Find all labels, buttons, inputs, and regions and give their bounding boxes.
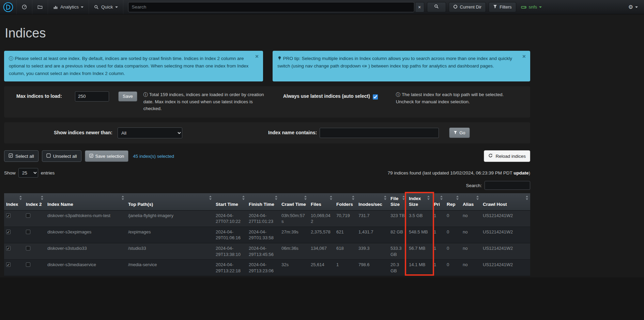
reload-indices-label: Reload indices <box>495 154 526 159</box>
save-max-indices-button[interactable]: Save <box>118 91 137 102</box>
entries-per-page-select[interactable]: 25 <box>18 168 38 178</box>
analytics-menu[interactable]: Analytics <box>48 0 89 14</box>
max-indices-input[interactable] <box>75 91 109 102</box>
sort-icon[interactable] <box>525 196 528 202</box>
column-header-label: Alias <box>463 202 474 207</box>
dashboard-nav-button[interactable] <box>17 0 32 14</box>
cell-index_size: 14.1 MB <box>407 260 432 276</box>
global-search-input[interactable] <box>128 2 414 12</box>
column-header-rep[interactable]: Rep <box>445 193 461 210</box>
column-header-start-time[interactable]: Start Time <box>214 193 247 210</box>
indices-table: IndexIndex 2Index NameTop Path(s)Start T… <box>4 193 530 276</box>
column-header-folders[interactable]: Folders <box>334 193 356 210</box>
search-submit-button[interactable] <box>427 2 446 12</box>
cell-index-checkbox: ✓ <box>4 227 24 243</box>
column-header-crawl-time[interactable]: Crawl Time <box>279 193 309 210</box>
sort-icon[interactable] <box>476 196 479 202</box>
cell-index_size: 56.7 MB <box>407 243 432 260</box>
sort-icon[interactable] <box>440 196 443 202</box>
update-link[interactable]: update <box>513 170 528 176</box>
table-search-input[interactable] <box>485 181 530 190</box>
sort-icon[interactable] <box>352 196 355 202</box>
column-header-alias[interactable]: Alias <box>461 193 481 210</box>
index-checkbox[interactable]: ✓ <box>6 262 11 267</box>
info-circle-icon: ⓘ <box>9 56 14 61</box>
filter-icon <box>454 130 457 135</box>
column-header-crawl-host[interactable]: Crawl Host <box>481 193 530 210</box>
cell-start: 2024-04-29T13:22:18 <box>214 260 247 276</box>
column-header-finish-time[interactable]: Finish Time <box>247 193 279 210</box>
lightbulb-icon <box>277 56 283 61</box>
filters-button[interactable]: Filters <box>489 2 516 12</box>
cell-name: diskover-s3mediaservice <box>45 260 126 276</box>
sort-icon[interactable] <box>41 196 44 202</box>
index-checkbox[interactable]: ✓ <box>6 230 11 234</box>
go-button[interactable]: Go <box>449 127 470 138</box>
storage-path-menu[interactable]: snfs <box>517 0 546 14</box>
found-prefix: 79 indices found (last updated 10/02/202… <box>387 170 513 176</box>
index2-checkbox[interactable] <box>26 262 30 267</box>
sort-icon[interactable] <box>456 196 459 202</box>
settings-menu[interactable]: ⚙ <box>626 0 640 14</box>
select-all-button[interactable]: Select all <box>4 150 39 162</box>
cell-inodes_sec: 798.6 <box>356 260 388 276</box>
sort-icon[interactable] <box>427 196 430 202</box>
use-latest-checkbox[interactable] <box>373 94 378 100</box>
sort-icon[interactable] <box>242 196 245 202</box>
column-header-file-size[interactable]: File Size <box>388 193 407 210</box>
diskover-logo[interactable] <box>0 0 17 14</box>
unselect-all-label: Unselect all <box>53 154 77 159</box>
table-header-row: IndexIndex 2Index NameTop Path(s)Start T… <box>4 193 530 210</box>
column-header-inodes-sec[interactable]: Inodes/sec <box>356 193 388 210</box>
selected-count-link[interactable]: 45 index(s) selected <box>133 154 174 159</box>
sort-icon[interactable] <box>275 196 278 202</box>
folder-icon <box>37 4 43 10</box>
column-header-index-2[interactable]: Index 2 <box>24 193 45 210</box>
quick-menu[interactable]: Quick <box>89 0 123 14</box>
reload-indices-button[interactable]: Reload indices <box>484 150 530 162</box>
save-selection-button[interactable]: Save selection <box>85 150 129 162</box>
column-header-pri[interactable]: Pri <box>432 193 445 210</box>
max-indices-label: Max indices to load: <box>16 91 71 99</box>
entries-row: Show 25 entries 79 indices found (last u… <box>4 168 530 178</box>
newer-than-select[interactable]: All <box>118 127 182 138</box>
current-dir-toggle-button[interactable]: Current Dir <box>449 2 486 12</box>
close-icon[interactable]: × <box>255 54 259 59</box>
diskover-logo-icon <box>3 2 13 12</box>
column-header-index[interactable]: Index <box>4 193 24 210</box>
file-browser-nav-button[interactable] <box>32 0 48 14</box>
cell-crawl_host: US1214241W2 <box>481 227 530 243</box>
analytics-menu-label: Analytics <box>60 4 79 10</box>
cell-index-checkbox: ✓ <box>4 210 24 227</box>
info-circle-icon: ⓘ <box>143 92 148 97</box>
close-icon[interactable]: × <box>522 54 526 59</box>
sort-icon[interactable] <box>329 196 333 202</box>
cell-top_path: /expimages <box>126 227 214 243</box>
sort-icon[interactable] <box>384 196 387 202</box>
cell-index2-checkbox <box>24 243 45 260</box>
clear-search-button[interactable]: × <box>415 2 424 12</box>
sort-icon[interactable] <box>19 196 22 202</box>
column-header-index-name[interactable]: Index Name <box>45 193 126 210</box>
index-filter-panel: Show indices newer than: All Index name … <box>4 122 530 143</box>
column-header-top-path-s-[interactable]: Top Path(s) <box>126 193 214 210</box>
index2-checkbox[interactable] <box>26 230 30 234</box>
unselect-all-button[interactable]: Unselect all <box>42 150 81 162</box>
index-checkbox[interactable]: ✓ <box>6 246 11 250</box>
column-header-files[interactable]: Files <box>309 193 334 210</box>
column-header-index-size[interactable]: Index Size <box>407 193 432 210</box>
sort-icon[interactable] <box>209 196 212 202</box>
cell-finish: 2024-04-29T01:33:58 <box>247 227 279 243</box>
cell-files: 134,067 <box>309 243 334 260</box>
sort-icon[interactable] <box>121 196 124 202</box>
sort-icon[interactable] <box>304 196 307 202</box>
sort-icon[interactable] <box>402 196 405 202</box>
index-checkbox[interactable]: ✓ <box>6 213 11 218</box>
cell-rep: 0 <box>445 210 461 227</box>
column-header-label: Index Name <box>47 202 73 207</box>
cell-folders: 621 <box>334 227 356 243</box>
name-contains-input[interactable] <box>320 128 439 138</box>
cell-name: diskover-s3pathtokens-num-test <box>45 210 126 227</box>
index2-checkbox[interactable] <box>26 246 30 250</box>
index2-checkbox[interactable] <box>26 213 30 218</box>
